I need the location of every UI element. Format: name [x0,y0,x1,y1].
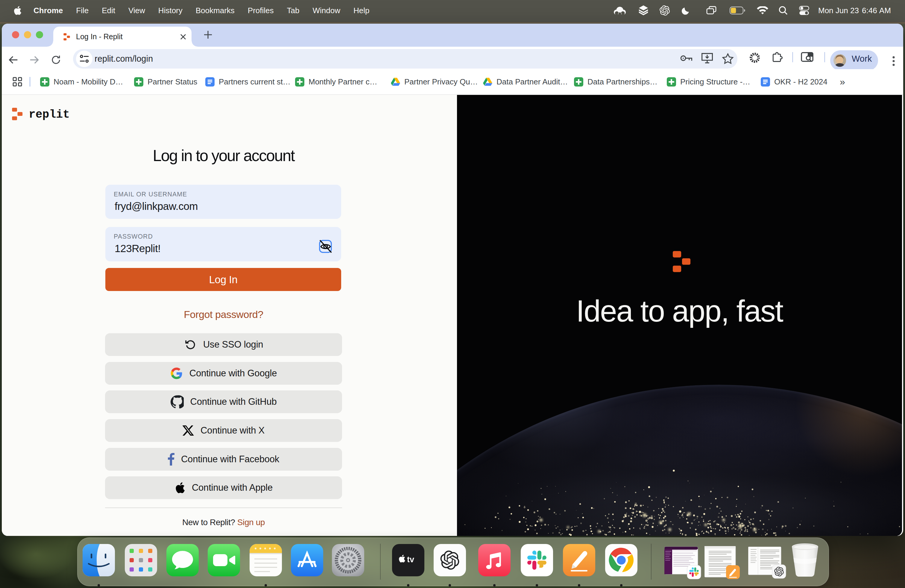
svg-text:tv: tv [407,555,414,564]
